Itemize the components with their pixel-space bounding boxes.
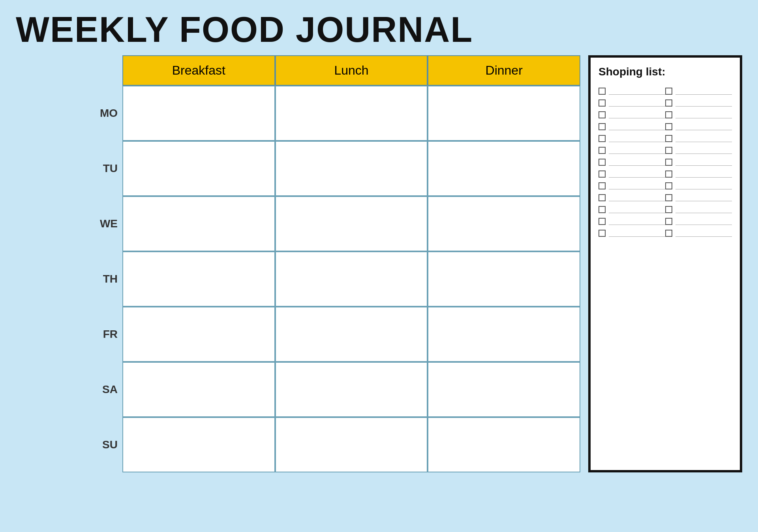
item-line: [675, 194, 732, 201]
day-row: SU: [16, 417, 580, 472]
checkbox[interactable]: [599, 111, 606, 118]
shopping-item: [599, 85, 665, 97]
day-label-sa: SA: [16, 362, 122, 417]
sa-dinner-cell[interactable]: [428, 362, 580, 417]
shopping-item: [599, 133, 665, 144]
checkbox[interactable]: [665, 194, 672, 201]
we-lunch-cell[interactable]: [275, 196, 428, 251]
checkbox[interactable]: [665, 159, 672, 166]
item-line: [675, 111, 732, 118]
sa-lunch-cell[interactable]: [275, 362, 428, 417]
th-breakfast-cell[interactable]: [122, 251, 275, 307]
checkbox[interactable]: [665, 135, 672, 142]
item-line: [609, 111, 665, 118]
main-content: Breakfast Lunch Dinner MO TU WE: [16, 55, 742, 472]
sa-breakfast-cell[interactable]: [122, 362, 275, 417]
item-line: [609, 194, 665, 201]
fr-breakfast-cell[interactable]: [122, 307, 275, 362]
meal-header: Breakfast Lunch Dinner: [16, 55, 580, 86]
day-rows: MO TU WE TH: [16, 86, 580, 472]
checkbox[interactable]: [599, 218, 606, 225]
checkbox[interactable]: [599, 182, 606, 189]
checkbox[interactable]: [599, 123, 606, 130]
mo-dinner-cell[interactable]: [428, 86, 580, 141]
day-label-tu: TU: [16, 141, 122, 196]
day-label-mo: MO: [16, 86, 122, 141]
checkbox[interactable]: [665, 230, 672, 237]
tu-dinner-cell[interactable]: [428, 141, 580, 196]
shopping-item: [599, 180, 665, 192]
checkbox[interactable]: [665, 111, 672, 118]
item-line: [609, 206, 665, 213]
day-label-we: WE: [16, 196, 122, 251]
shopping-item: [665, 156, 732, 168]
checkbox[interactable]: [665, 218, 672, 225]
fr-dinner-cell[interactable]: [428, 307, 580, 362]
shopping-item: [599, 227, 665, 239]
shopping-item: [665, 204, 732, 215]
checkbox[interactable]: [665, 123, 672, 130]
day-row: WE: [16, 196, 580, 251]
item-line: [609, 99, 665, 107]
we-breakfast-cell[interactable]: [122, 196, 275, 251]
item-line: [675, 88, 732, 95]
checkbox[interactable]: [599, 194, 606, 201]
shopping-item: [599, 215, 665, 227]
checkbox[interactable]: [599, 230, 606, 237]
meal-planner: Breakfast Lunch Dinner MO TU WE: [16, 55, 580, 472]
day-label-fr: FR: [16, 307, 122, 362]
shopping-item: [665, 133, 732, 144]
shopping-item: [599, 168, 665, 180]
item-line: [609, 123, 665, 130]
shopping-item: [599, 121, 665, 133]
item-line: [609, 182, 665, 189]
mo-lunch-cell[interactable]: [275, 86, 428, 141]
checkbox[interactable]: [599, 99, 606, 107]
checkbox[interactable]: [665, 182, 672, 189]
day-row: MO: [16, 86, 580, 141]
su-dinner-cell[interactable]: [428, 417, 580, 472]
checkbox[interactable]: [665, 88, 672, 95]
day-label-su: SU: [16, 417, 122, 472]
checkbox[interactable]: [665, 170, 672, 178]
shopping-item: [665, 227, 732, 239]
checkbox[interactable]: [665, 99, 672, 107]
checkbox[interactable]: [599, 147, 606, 154]
su-lunch-cell[interactable]: [275, 417, 428, 472]
tu-breakfast-cell[interactable]: [122, 141, 275, 196]
shopping-item: [665, 144, 732, 156]
th-dinner-cell[interactable]: [428, 251, 580, 307]
page-title: WEEKLY FOOD JOURNAL: [16, 12, 742, 47]
day-row: TH: [16, 251, 580, 307]
shopping-item: [665, 121, 732, 133]
item-line: [675, 182, 732, 189]
item-line: [675, 230, 732, 237]
tu-lunch-cell[interactable]: [275, 141, 428, 196]
shopping-list-title: Shoping list:: [599, 66, 732, 78]
item-line: [609, 135, 665, 142]
checkbox[interactable]: [599, 170, 606, 178]
checkbox[interactable]: [599, 135, 606, 142]
checkbox[interactable]: [599, 206, 606, 213]
shopping-items: [599, 85, 732, 239]
th-lunch-cell[interactable]: [275, 251, 428, 307]
fr-lunch-cell[interactable]: [275, 307, 428, 362]
su-breakfast-cell[interactable]: [122, 417, 275, 472]
mo-breakfast-cell[interactable]: [122, 86, 275, 141]
shopping-item: [599, 144, 665, 156]
item-line: [675, 159, 732, 166]
checkbox[interactable]: [665, 147, 672, 154]
checkbox[interactable]: [665, 206, 672, 213]
we-dinner-cell[interactable]: [428, 196, 580, 251]
checkbox[interactable]: [599, 88, 606, 95]
breakfast-header: Breakfast: [122, 55, 275, 86]
shopping-item: [665, 85, 732, 97]
day-row: FR: [16, 307, 580, 362]
item-line: [609, 88, 665, 95]
item-line: [675, 206, 732, 213]
shopping-item: [665, 168, 732, 180]
checkbox[interactable]: [599, 159, 606, 166]
item-line: [675, 170, 732, 178]
shopping-item: [599, 97, 665, 109]
item-line: [609, 159, 665, 166]
